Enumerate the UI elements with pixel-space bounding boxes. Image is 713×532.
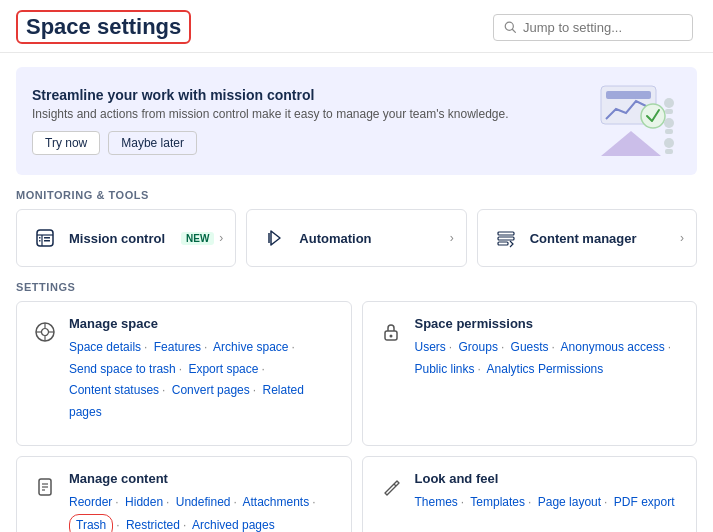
page-header: Space settings xyxy=(0,0,713,53)
maybe-later-button[interactable]: Maybe later xyxy=(108,131,197,155)
svg-point-5 xyxy=(641,104,665,128)
automation-chevron: › xyxy=(450,231,454,245)
link-archive-space[interactable]: Archive space xyxy=(213,340,288,354)
link-themes[interactable]: Themes xyxy=(415,495,458,509)
content-manager-chevron: › xyxy=(680,231,684,245)
svg-point-6 xyxy=(664,98,674,108)
settings-card-manage-space: Manage space Space details· Features· Ar… xyxy=(16,301,352,446)
manage-content-title-area: Manage content Reorder· Hidden· Undefine… xyxy=(69,471,319,532)
link-convert-pages[interactable]: Convert pages xyxy=(172,383,250,397)
link-guests[interactable]: Guests xyxy=(511,340,549,354)
manage-space-title-area: Manage space Space details· Features· Ar… xyxy=(69,316,337,423)
page-title: Space settings xyxy=(16,10,191,44)
try-now-button[interactable]: Try now xyxy=(32,131,100,155)
look-and-feel-title: Look and feel xyxy=(415,471,675,486)
svg-rect-9 xyxy=(665,129,673,134)
automation-icon xyxy=(261,224,289,252)
link-groups[interactable]: Groups xyxy=(459,340,498,354)
look-and-feel-title-area: Look and feel Themes· Templates· Page la… xyxy=(415,471,675,514)
manage-space-header: Manage space Space details· Features· Ar… xyxy=(31,316,337,423)
tool-name-mission-control: Mission control xyxy=(69,231,165,246)
svg-rect-7 xyxy=(665,109,673,114)
link-send-to-trash[interactable]: Send space to trash xyxy=(69,362,176,376)
space-permissions-title-area: Space permissions Users· Groups· Guests·… xyxy=(415,316,675,380)
link-export-space[interactable]: Export space xyxy=(188,362,258,376)
banner-content: Streamline your work with mission contro… xyxy=(32,87,541,155)
link-hidden[interactable]: Hidden xyxy=(125,495,163,509)
mission-control-icon xyxy=(31,224,59,252)
link-page-layout[interactable]: Page layout xyxy=(538,495,601,509)
tools-grid: Mission control NEW › Automation › Conte… xyxy=(16,209,697,267)
link-restricted[interactable]: Restricted xyxy=(126,518,180,532)
banner-illustration xyxy=(541,81,681,161)
manage-space-title: Manage space xyxy=(69,316,337,331)
space-permissions-header: Space permissions Users· Groups· Guests·… xyxy=(377,316,683,380)
manage-content-icon xyxy=(31,473,59,501)
tool-name-content-manager: Content manager xyxy=(530,231,637,246)
link-undefined[interactable]: Undefined xyxy=(176,495,231,509)
look-and-feel-header: Look and feel Themes· Templates· Page la… xyxy=(377,471,683,514)
svg-marker-4 xyxy=(601,131,661,156)
settings-card-manage-content: Manage content Reorder· Hidden· Undefine… xyxy=(16,456,352,532)
manage-space-icon xyxy=(31,318,59,346)
link-content-statuses[interactable]: Content statuses xyxy=(69,383,159,397)
svg-point-10 xyxy=(664,138,674,148)
banner-title: Streamline your work with mission contro… xyxy=(32,87,541,103)
manage-content-header: Manage content Reorder· Hidden· Undefine… xyxy=(31,471,337,532)
search-icon xyxy=(504,21,517,34)
space-permissions-title: Space permissions xyxy=(415,316,675,331)
space-permissions-icon xyxy=(377,318,405,346)
tool-card-mission-control[interactable]: Mission control NEW › xyxy=(16,209,236,267)
link-templates[interactable]: Templates xyxy=(470,495,525,509)
link-public-links[interactable]: Public links xyxy=(415,362,475,376)
look-and-feel-icon xyxy=(377,473,405,501)
manage-content-title: Manage content xyxy=(69,471,319,486)
svg-rect-15 xyxy=(39,237,41,239)
manage-content-links: Reorder· Hidden· Undefined· Attachments·… xyxy=(69,492,319,532)
tool-card-content-manager[interactable]: Content manager › xyxy=(477,209,697,267)
link-archived-pages[interactable]: Archived pages xyxy=(192,518,275,532)
link-analytics-permissions[interactable]: Analytics Permissions xyxy=(487,362,604,376)
link-space-details[interactable]: Space details xyxy=(69,340,141,354)
tool-name-automation: Automation xyxy=(299,231,371,246)
search-box[interactable] xyxy=(493,14,693,41)
svg-rect-23 xyxy=(498,242,508,245)
svg-marker-19 xyxy=(271,231,280,245)
manage-space-links: Space details· Features· Archive space· … xyxy=(69,337,337,423)
monitoring-section-label: MONITORING & TOOLS xyxy=(0,189,713,201)
svg-point-31 xyxy=(389,335,392,338)
settings-grid: Manage space Space details· Features· Ar… xyxy=(16,301,697,532)
tool-card-automation[interactable]: Automation › xyxy=(246,209,466,267)
svg-rect-21 xyxy=(498,232,514,235)
svg-rect-3 xyxy=(606,91,651,99)
svg-point-25 xyxy=(42,329,49,336)
space-permissions-links: Users· Groups· Guests· Anonymous access·… xyxy=(415,337,675,380)
mission-control-chevron: › xyxy=(219,231,223,245)
link-reorder[interactable]: Reorder xyxy=(69,495,112,509)
settings-section-label: SETTINGS xyxy=(0,281,713,293)
content-manager-icon xyxy=(492,224,520,252)
link-trash[interactable]: Trash xyxy=(69,514,113,532)
link-attachments[interactable]: Attachments xyxy=(243,495,310,509)
link-features[interactable]: Features xyxy=(154,340,201,354)
settings-card-look-and-feel: Look and feel Themes· Templates· Page la… xyxy=(362,456,698,532)
badge-new: NEW xyxy=(181,232,214,245)
svg-line-1 xyxy=(513,29,516,32)
link-pdf-export[interactable]: PDF export xyxy=(614,495,675,509)
svg-line-36 xyxy=(394,484,396,486)
banner-subtitle: Insights and actions from mission contro… xyxy=(32,107,541,121)
link-anonymous-access[interactable]: Anonymous access xyxy=(561,340,665,354)
look-and-feel-links: Themes· Templates· Page layout· PDF expo… xyxy=(415,492,675,514)
link-users[interactable]: Users xyxy=(415,340,446,354)
svg-rect-18 xyxy=(44,240,50,242)
svg-rect-16 xyxy=(39,240,41,242)
settings-card-space-permissions: Space permissions Users· Groups· Guests·… xyxy=(362,301,698,446)
svg-point-8 xyxy=(664,118,674,128)
banner-buttons: Try now Maybe later xyxy=(32,131,541,155)
banner: Streamline your work with mission contro… xyxy=(16,67,697,175)
svg-rect-11 xyxy=(665,149,673,154)
search-input[interactable] xyxy=(523,20,682,35)
svg-rect-22 xyxy=(498,237,514,240)
svg-rect-17 xyxy=(44,237,50,239)
